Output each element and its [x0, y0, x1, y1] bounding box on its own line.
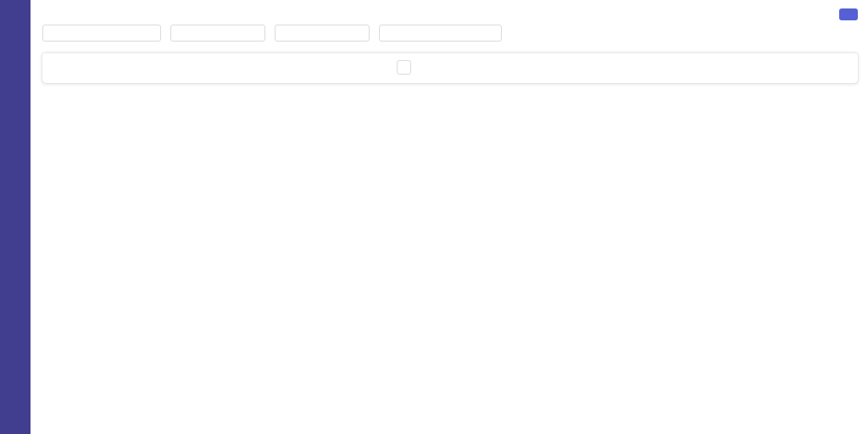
- operation-select[interactable]: [275, 25, 370, 42]
- filter-machine: [170, 21, 265, 42]
- items-per-page-select[interactable]: [397, 60, 411, 75]
- pager: [438, 62, 511, 74]
- filter-work-order: [379, 21, 502, 42]
- app-root: [0, 0, 868, 434]
- main-content: [31, 0, 868, 434]
- production-runs-card: [42, 53, 858, 83]
- leaf-logo-icon: [7, 5, 25, 23]
- sidebar: [0, 0, 31, 434]
- filter-operation: [275, 21, 370, 42]
- last-page-icon[interactable]: [499, 62, 511, 74]
- date-range-picker[interactable]: [42, 25, 161, 42]
- add-production-run-button[interactable]: [839, 8, 858, 20]
- work-order-select[interactable]: [379, 25, 502, 42]
- next-page-icon[interactable]: [479, 62, 491, 74]
- filter-date-range: [42, 21, 161, 42]
- pagination-bar: [42, 53, 858, 83]
- first-page-icon[interactable]: [438, 62, 450, 74]
- machine-select[interactable]: [170, 25, 265, 42]
- filters-bar: [42, 21, 858, 42]
- previous-page-icon[interactable]: [459, 62, 470, 74]
